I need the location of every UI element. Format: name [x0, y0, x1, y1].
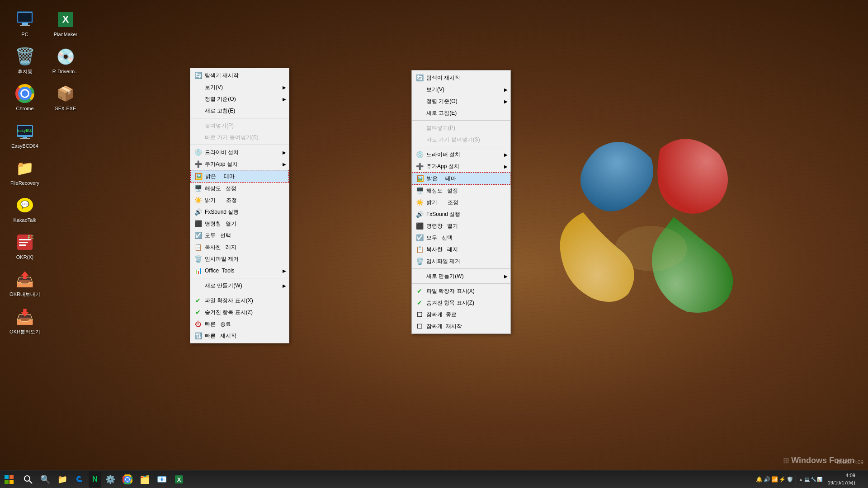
- menu-item-resolution2[interactable]: 🖥️ 해상도 설정: [412, 185, 510, 197]
- tray-small-3[interactable]: 📊: [817, 477, 822, 482]
- menu-item-recycle-reg2[interactable]: 📋 복사한 레지: [412, 244, 510, 255]
- menu-item-tempremove2[interactable]: 🗑️ 임시파일 제거: [412, 255, 510, 267]
- menu-item-selectall[interactable]: ☑️ 모두 선택: [190, 230, 289, 241]
- menu-item-cmd[interactable]: ⬛ 명령창 열기: [190, 218, 289, 230]
- taskbar-file-explorer[interactable]: 📁: [54, 471, 71, 488]
- system-clock[interactable]: 4:09 19/10/17(목): [824, 472, 859, 486]
- desktop-icon-recycle[interactable]: 🗑️ 휴지통: [7, 44, 43, 76]
- desktop: PC X PlanMaker 🗑️ 휴지통 💿 R-DriveIm...: [0, 0, 868, 488]
- show-desktop-button[interactable]: [861, 471, 863, 488]
- context-menu-right[interactable]: 🔄 탐색이 재시작 보기(V) ▶ 정렬 기준(O) ▶ 새로 고침(E) 붙여…: [411, 70, 511, 334]
- tray-small-1[interactable]: 💻: [804, 477, 810, 482]
- easybcd-label: EasyBCD64: [11, 143, 38, 149]
- taskbar-explorer-icon[interactable]: 🗂️: [137, 471, 153, 488]
- windows-logo: [506, 113, 800, 331]
- menu-item-driver2[interactable]: 💿 드라이버 설치 ▶: [412, 149, 510, 160]
- menu-item-quick-exit2[interactable]: ☐ 잠싸게 종료: [412, 309, 510, 320]
- menu-item-show-ext[interactable]: ✔ 파일 확장자 표시(X): [190, 295, 289, 306]
- taskbar-tray[interactable]: 🔔 🔊 📶 ⚡ 🛡️ ▲ 💻 🔧 📊 4:09 19/10/17(목): [751, 470, 868, 488]
- submenu-arrow-sort: ▶: [283, 97, 286, 102]
- desktop-icon-okrload[interactable]: 📥 OKR불러오기: [7, 304, 43, 337]
- menu-item-refresh-e[interactable]: 새로 고침(E): [190, 105, 289, 117]
- kakaotalk-icon: 💬: [14, 194, 36, 216]
- tray-icon-2[interactable]: 🔊: [764, 476, 770, 483]
- menu-item-fxsound2[interactable]: 🔊 FxSound 실행: [412, 208, 510, 220]
- clock-date: 19/10/17(목): [828, 479, 855, 486]
- taskbar-edge-icon[interactable]: [71, 471, 88, 488]
- menu-item-refresh-e2[interactable]: 새로 고침(E): [412, 107, 510, 119]
- svg-text:X: X: [62, 14, 69, 25]
- taskbar-pinned-icons[interactable]: 🔍 📁 N ⚙️ 🗂️ 📧 X: [18, 470, 189, 488]
- okrx-label: OKR(X): [16, 254, 34, 260]
- taskbar-excel-icon[interactable]: X: [171, 471, 187, 488]
- menu-item-refresh[interactable]: 🔄 탐색기 재시작: [190, 70, 289, 81]
- svg-text:FC: FC: [28, 235, 33, 240]
- taskbar-chrome-icon[interactable]: [119, 471, 136, 488]
- menu-item-driver[interactable]: 💿 드라이버 설치 ▶: [190, 146, 289, 158]
- tray-icon-1[interactable]: 🔔: [756, 476, 763, 483]
- desktop-icon-sfx[interactable]: 📦 SFX-EXE: [47, 81, 84, 113]
- menu-item-brightness2[interactable]: ☀️ 밝기 조정: [412, 197, 510, 208]
- menu-item-quick-restart[interactable]: 🔃 빠른 재시작: [190, 330, 289, 342]
- desktop-icon-easybcd[interactable]: EasyBCD EasyBCD64: [7, 118, 43, 151]
- svg-rect-25: [19, 244, 26, 246]
- menu-item-brightness[interactable]: ☀️ 밝기 조정: [190, 194, 289, 206]
- start-button[interactable]: [0, 470, 18, 488]
- menu-item-paste2[interactable]: 붙여넣기(P): [412, 122, 510, 134]
- menu-item-quick-exit[interactable]: ⏻ 빠른 종료: [190, 318, 289, 330]
- tray-icon-6[interactable]: ▲: [798, 477, 803, 482]
- menu-item-wallpaper2[interactable]: 🖼️ 밝은 테마: [412, 172, 510, 185]
- menu-item-wallpaper[interactable]: 🖼️ 밝은 테마: [190, 170, 289, 183]
- submenu-arrow-new2: ▶: [504, 274, 508, 279]
- svg-rect-28: [9, 475, 14, 479]
- menu-item-cmd2[interactable]: ⬛ 명령창 열기: [412, 220, 510, 232]
- desktop-icon-pc[interactable]: PC: [7, 7, 43, 39]
- desktop-icon-rdrive[interactable]: 💿 R-DriveIm...: [47, 44, 84, 76]
- taskbar-cortana-icon[interactable]: 🔍: [37, 471, 53, 488]
- taskbar[interactable]: 🔍 📁 N ⚙️ 🗂️ 📧 X: [0, 470, 868, 488]
- menu-item-paste[interactable]: 붙여넣기(P): [190, 120, 289, 131]
- menu-item-show-hidden[interactable]: ✔ 숨겨진 항목 표시(Z): [190, 306, 289, 318]
- menu-item-selectall2[interactable]: ☑️ 모두 선택: [412, 232, 510, 244]
- menu-item-show-ext2[interactable]: ✔ 파일 확장자 표시(X): [412, 285, 510, 297]
- menu-item-recycle-reg[interactable]: 📋 복사한 레지: [190, 241, 289, 253]
- clock-time: 4:09: [828, 472, 855, 479]
- menu-item-paste-shortcut[interactable]: 바로 가기 붙여넣기(S): [190, 131, 289, 143]
- menu-item-new[interactable]: 새로 만들기(W) ▶: [190, 280, 289, 291]
- taskbar-mail-icon[interactable]: 📧: [154, 471, 170, 488]
- menu-item-show-hidden2[interactable]: ✔ 숨겨진 항목 표시(Z): [412, 297, 510, 309]
- rdrive-label: R-DriveIm...: [52, 69, 79, 75]
- desktop-icon-okrnote[interactable]: 📤 OKR내보내기: [7, 267, 43, 299]
- menu-item-sort[interactable]: 정렬 기준(O) ▶: [190, 93, 289, 105]
- tray-icon-4[interactable]: ⚡: [779, 476, 786, 483]
- taskbar-search-icon[interactable]: [20, 471, 36, 488]
- menu-item-quick-restart2[interactable]: ☐ 잠싸게 재시작: [412, 320, 510, 332]
- taskbar-naver-n-icon[interactable]: N: [89, 471, 101, 488]
- desktop-icon-filerecovery[interactable]: 📁 FileRecovery: [7, 155, 43, 188]
- menu-item-office-tools[interactable]: 📊 Office Tools ▶: [190, 265, 289, 277]
- menu-item-view[interactable]: 보기(V) ▶: [190, 81, 289, 93]
- okrnote-icon: 📤: [14, 268, 36, 290]
- desktop-icon-chrome[interactable]: Chrome: [7, 81, 43, 113]
- svg-line-32: [29, 481, 32, 483]
- menu-item-paste-shortcut2[interactable]: 바로 가기 붙여넣기(S): [412, 134, 510, 145]
- menu-item-sort2[interactable]: 정렬 기준(O) ▶: [412, 95, 510, 107]
- desktop-icon-okrx[interactable]: FC OKR(X): [7, 230, 43, 262]
- menu-item-view2[interactable]: 보기(V) ▶: [412, 84, 510, 95]
- menu-item-addapp2[interactable]: ➕ 추가App 설치 ▶: [412, 160, 510, 172]
- menu-item-tempremove[interactable]: 🗑️ 임시파일 제거: [190, 253, 289, 265]
- menu-item-refresh2[interactable]: 🔄 탐색이 재시작: [412, 72, 510, 84]
- menu-item-fxsound[interactable]: 🔊 FxSound 실행: [190, 206, 289, 218]
- sfx-label: SFX-EXE: [55, 106, 76, 112]
- tray-icon-3[interactable]: 📶: [771, 476, 778, 483]
- context-menu-left[interactable]: 🔄 탐색기 재시작 보기(V) ▶ 정렬 기준(O) ▶ 새로 고침(E) 붙여…: [190, 68, 289, 343]
- separator-3: [190, 278, 289, 278]
- tray-small-2[interactable]: 🔧: [811, 477, 816, 482]
- menu-item-new2[interactable]: 새로 만들기(W) ▶: [412, 270, 510, 282]
- tray-icon-5[interactable]: 🛡️: [787, 476, 793, 483]
- desktop-icon-planmaker[interactable]: X PlanMaker: [47, 7, 84, 39]
- taskbar-icon5[interactable]: ⚙️: [102, 471, 118, 488]
- desktop-icon-kakaotalk[interactable]: 💬 KakaoTalk: [7, 192, 43, 225]
- menu-item-resolution[interactable]: 🖥️ 해상도 설정: [190, 183, 289, 194]
- menu-item-addapp[interactable]: ➕ 추가App 설치 ▶: [190, 158, 289, 170]
